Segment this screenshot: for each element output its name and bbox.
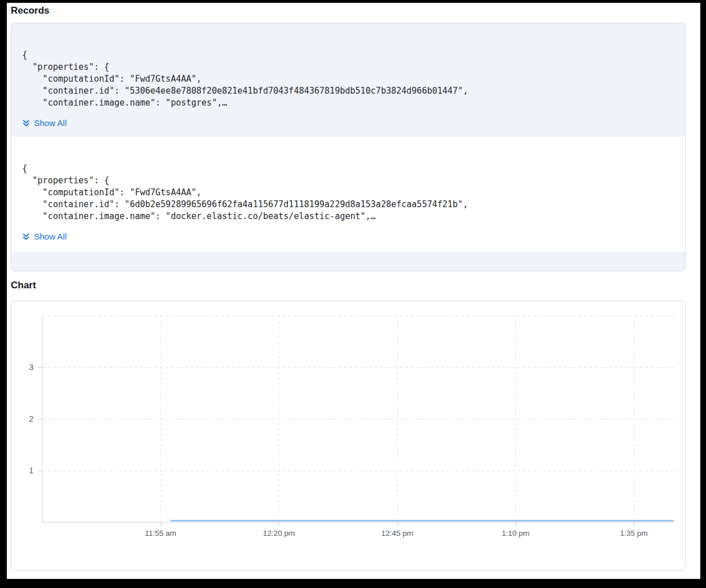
records-card: { "properties": { "computationId": "Fwd7… <box>11 23 686 271</box>
double-chevron-down-icon <box>22 119 31 128</box>
record-row: { "properties": { "computationId": "Fwd7… <box>11 23 685 137</box>
x-tick-mark <box>515 522 516 527</box>
show-all-link[interactable]: Show All <box>22 117 67 129</box>
code-line: "computationId": "Fwd7GtsA4AA", <box>22 187 674 199</box>
record-row: { "properties": { "computationId": "Fwd7… <box>11 137 685 252</box>
x-tick-mark <box>279 522 279 527</box>
chart-heading: Chart <box>11 279 700 291</box>
y-tick-label: 2 <box>29 414 33 423</box>
code-line: { <box>22 163 674 175</box>
h-gridline <box>43 316 674 316</box>
plot-area: 3 2 1 11:55 am 12:20 pm 12:45 pm <box>42 316 674 523</box>
show-all-label: Show All <box>34 230 67 242</box>
y-tick-label: 1 <box>29 466 33 475</box>
h-gridline <box>43 419 674 419</box>
chart-section: Chart 3 2 1 <box>11 279 700 570</box>
record-json-preview: { "properties": { "computationId": "Fwd7… <box>22 49 674 109</box>
x-tick-label: 12:20 pm <box>263 529 295 537</box>
code-line: "properties": { <box>22 175 674 187</box>
code-line: "container.id": "6d0b2e59289965696f62fa4… <box>22 199 674 211</box>
show-all-label: Show All <box>34 117 67 129</box>
y-tick-mark <box>38 367 43 368</box>
code-line: "container.image.name": "docker.elastic.… <box>22 211 674 222</box>
v-gridline <box>397 316 398 522</box>
records-section: Records { "properties": { "computationId… <box>11 5 700 271</box>
v-gridline <box>634 316 634 522</box>
page: Records { "properties": { "computationId… <box>7 3 700 579</box>
code-line: { <box>22 49 674 61</box>
series-line <box>170 520 674 522</box>
h-gridline <box>43 367 674 368</box>
x-tick-mark <box>161 522 161 527</box>
code-line: "properties": { <box>22 61 674 73</box>
x-tick-mark <box>634 522 634 527</box>
h-gridline <box>43 471 674 471</box>
y-tick-mark <box>38 471 43 471</box>
y-tick-label: 3 <box>29 363 33 372</box>
record-json-preview: { "properties": { "computationId": "Fwd7… <box>22 163 674 222</box>
chart-card: 3 2 1 11:55 am 12:20 pm 12:45 pm <box>11 301 686 570</box>
x-tick-label: 1:35 pm <box>620 529 648 537</box>
double-chevron-down-icon <box>22 232 31 241</box>
code-line: "container.image.name": "postgres",… <box>22 97 674 109</box>
x-tick-label: 12:45 pm <box>381 529 413 537</box>
records-heading: Records <box>11 5 700 16</box>
code-line: "computationId": "Fwd7GtsA4AA", <box>22 73 674 85</box>
x-tick-label: 1:10 pm <box>502 529 530 537</box>
x-tick-mark <box>397 522 398 527</box>
y-tick-mark <box>38 419 43 419</box>
x-tick-label: 11:55 am <box>145 529 176 537</box>
v-gridline <box>279 316 279 522</box>
v-gridline <box>161 316 161 522</box>
show-all-link[interactable]: Show All <box>22 230 67 242</box>
v-gridline <box>515 316 516 522</box>
code-line: "container.id": "5306e4ee8e7808f20e821e4… <box>22 85 674 97</box>
